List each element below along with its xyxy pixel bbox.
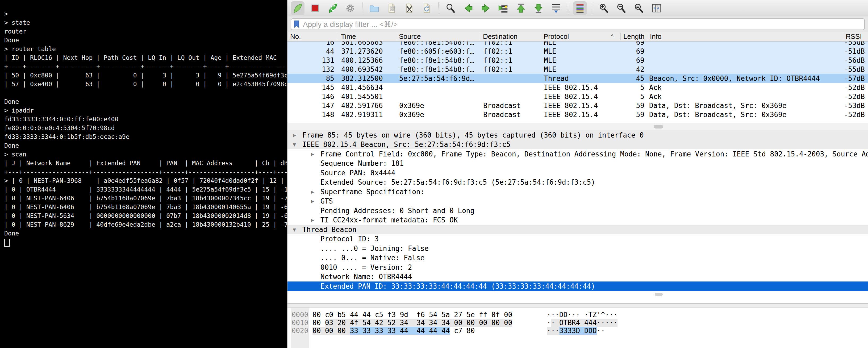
- cell-dst: ff02::1: [480, 41, 540, 46]
- packet-row[interactable]: 146401.545501IEEE 802.15.45Ack-52dB: [287, 92, 868, 101]
- cell-rssi: -57dB: [843, 75, 868, 83]
- detail-row[interactable]: Source PAN: 0x4444: [287, 168, 868, 178]
- detail-row[interactable]: Extended Source: 5e:27:5a:54:f6:9d:f3:c5…: [287, 178, 868, 187]
- splitter-handle[interactable]: [654, 125, 663, 128]
- packet-row[interactable]: 145401.456634IEEE 802.15.45Ack-52dB: [287, 83, 868, 92]
- colorize-packets-button[interactable]: [573, 1, 587, 15]
- detail-row[interactable]: .... 0... = Native: False: [287, 253, 868, 263]
- detail-row[interactable]: ▶Frame 85: 45 bytes on wire (360 bits), …: [287, 130, 868, 140]
- detail-row[interactable]: Pending Addresses: 0 Short and 0 Long: [287, 206, 868, 215]
- hex-bytes[interactable]: 00 00 00 33 33 33 33 44 44 44 44 c7 80: [312, 327, 475, 335]
- filter-bookmark-icon[interactable]: [294, 21, 299, 28]
- packet-row[interactable]: 132400.693542fe80::f8e1:54b8:f…ff02::1ML…: [287, 65, 868, 74]
- expanded-arrow-icon[interactable]: ▼: [293, 141, 296, 148]
- cell-info: Ack: [647, 93, 843, 100]
- cell-info: Data, Dst: Broadcast, Src: 0x369e: [647, 111, 843, 119]
- hex-ascii[interactable]: ···DD··· ·TZ'^···: [547, 311, 618, 319]
- packet-details-pane: ▶Frame 85: 45 bytes on wire (360 bits), …: [287, 130, 868, 303]
- detail-hex-splitter-handle[interactable]: [655, 293, 663, 296]
- hex-row[interactable]: 001000 03 20 4f 54 42 52 34 34 34 34 00 …: [287, 319, 868, 327]
- cell-time: 400.125366: [338, 56, 396, 64]
- detail-row[interactable]: ▶GTS: [287, 197, 868, 206]
- zoom-reset-button[interactable]: [632, 1, 646, 15]
- hex-offset: 0010: [291, 319, 309, 327]
- close-capture-button[interactable]: [402, 1, 416, 15]
- hex-ascii[interactable]: ·· OTBR4 444·····: [547, 319, 618, 327]
- column-header-proto[interactable]: Protocol^: [540, 33, 620, 40]
- save-capture-button[interactable]: 010100101001010: [385, 1, 399, 15]
- terminal-line: > router table: [4, 45, 287, 54]
- cell-dst: Broadcast: [480, 111, 540, 119]
- packet-row[interactable]: 148402.9193110x369eBroadcastIEEE 802.15.…: [287, 110, 868, 119]
- first-packet-button[interactable]: [514, 1, 528, 15]
- column-header-rssi[interactable]: RSSI: [843, 33, 868, 40]
- detail-row[interactable]: .... ...0 = Joining: False: [287, 244, 868, 253]
- collapsed-arrow-icon[interactable]: ▶: [311, 188, 314, 195]
- zoom-in-button[interactable]: [597, 1, 611, 15]
- detail-row[interactable]: ▼Thread Beacon: [287, 225, 868, 234]
- capture-restart-icon: [327, 3, 338, 14]
- resize-columns-button[interactable]: [650, 1, 663, 15]
- go-to-packet-button[interactable]: [496, 1, 510, 15]
- capture-restart-button[interactable]: [326, 1, 340, 15]
- filter-placeholder: Apply a display filter ... <⌘/>: [303, 20, 398, 29]
- hex-row[interactable]: 002000 00 00 33 33 33 33 44 44 44 44 c7 …: [287, 327, 868, 335]
- capture-options-button[interactable]: [343, 1, 357, 15]
- hex-offset: 0020: [291, 327, 309, 335]
- packet-row[interactable]: 131400.125366fe80::f8e1:54b8:f…ff02::1ML…: [287, 56, 868, 65]
- display-filter-input[interactable]: Apply a display filter ... <⌘/>: [291, 18, 865, 30]
- terminal-line: router: [4, 27, 287, 36]
- column-header-len[interactable]: Length: [620, 33, 647, 40]
- hex-bytes[interactable]: 00 c0 b5 44 44 c5 f3 9d f6 54 5a 27 5e f…: [312, 311, 512, 319]
- packet-row[interactable]: 44371.273620fe80::605f:e603:f…ff02::1MLE…: [287, 47, 868, 56]
- packet-row[interactable]: 16361.665863fe80::f8e1:54b8:f…ff02::1MLE…: [287, 41, 868, 47]
- collapsed-arrow-icon[interactable]: ▶: [311, 198, 314, 204]
- last-packet-button[interactable]: [532, 1, 546, 15]
- expanded-arrow-icon[interactable]: ▼: [293, 226, 296, 233]
- cell-dst: ff02::1: [480, 56, 540, 64]
- next-packet-button[interactable]: [479, 1, 493, 15]
- previous-packet-button[interactable]: [461, 1, 475, 15]
- packet-row[interactable]: 147402.5917660x369eBroadcastIEEE 802.15.…: [287, 101, 868, 110]
- collapsed-arrow-icon[interactable]: ▶: [311, 151, 314, 157]
- cell-len: 5: [620, 84, 647, 91]
- openthread-cli-terminal[interactable]: >> staterouterDone> router table| ID | R…: [0, 0, 287, 348]
- cell-time: 361.665863: [338, 41, 396, 46]
- cell-len: 5: [620, 93, 647, 100]
- open-capture-button[interactable]: [367, 1, 381, 15]
- hex-bytes[interactable]: 00 03 20 4f 54 42 52 34 34 34 34 00 00 0…: [312, 319, 512, 327]
- detail-row[interactable]: ▶Frame Control Field: 0xc000, Frame Type…: [287, 149, 868, 159]
- column-header-time[interactable]: Time: [338, 33, 396, 40]
- hex-row[interactable]: 000000 c0 b5 44 44 c5 f3 9d f6 54 5a 27 …: [287, 311, 868, 319]
- capture-stop-button[interactable]: [308, 1, 322, 15]
- detail-row[interactable]: Extended PAN ID: 33:33:33:33:44:44:44:44…: [287, 282, 868, 291]
- cell-len: 69: [620, 56, 647, 64]
- column-header-src[interactable]: Source: [396, 33, 480, 40]
- detail-hex-splitter[interactable]: [287, 303, 868, 308]
- detail-row[interactable]: ▶TI CC24xx-format metadata: FCS OK: [287, 215, 868, 225]
- collapsed-arrow-icon[interactable]: ▶: [293, 132, 296, 138]
- cell-src: fe80::f8e1:54b8:f…: [396, 65, 480, 74]
- zoom-out-button[interactable]: [615, 1, 628, 15]
- terminal-cursor: [4, 239, 10, 247]
- collapsed-arrow-icon[interactable]: ▶: [311, 217, 314, 223]
- column-header-no[interactable]: No.: [287, 33, 338, 40]
- detail-row[interactable]: Protocol ID: 3: [287, 234, 868, 244]
- find-packet-button[interactable]: [444, 1, 458, 15]
- reload-capture-button[interactable]: [420, 1, 434, 15]
- hex-ascii[interactable]: ···3333D DDD··: [547, 327, 605, 335]
- column-header-dst[interactable]: Destination: [480, 33, 540, 40]
- list-detail-splitter[interactable]: [287, 123, 868, 130]
- detail-row[interactable]: ▶Superframe Specification:: [287, 187, 868, 197]
- detail-row[interactable]: Sequence Number: 181: [287, 159, 868, 168]
- column-header-info[interactable]: Info: [647, 33, 843, 40]
- detail-row[interactable]: 0010 .... = Version: 2: [287, 263, 868, 272]
- auto-scroll-button[interactable]: [549, 1, 563, 15]
- detail-row[interactable]: Network Name: OTBR4444: [287, 272, 868, 282]
- capture-start-button[interactable]: [291, 1, 305, 15]
- packet-row[interactable]: 85382.3125005e:27:5a:54:f6:9d…Thread45Be…: [287, 74, 868, 83]
- cell-time: 401.545501: [338, 93, 396, 100]
- cell-src: fe80::f8e1:54b8:f…: [396, 41, 480, 46]
- prev-packet-icon: [463, 3, 474, 14]
- detail-row[interactable]: ▼IEEE 802.15.4 Beacon, Src: 5e:27:5a:54:…: [287, 140, 868, 149]
